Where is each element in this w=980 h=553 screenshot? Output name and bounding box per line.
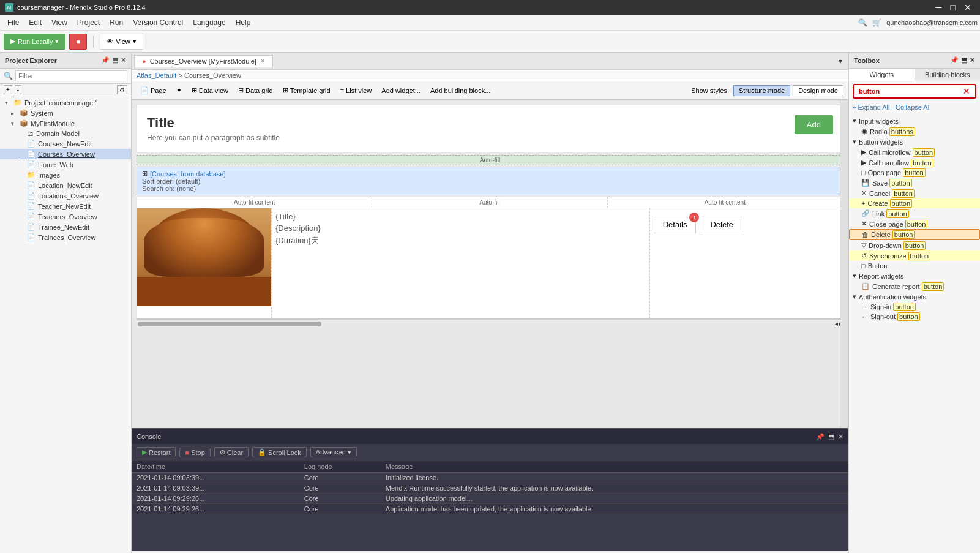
section-input-widgets[interactable]: ▾ Input widgets: [849, 116, 980, 126]
close-panel-icon[interactable]: ✕: [121, 56, 126, 64]
search-icon[interactable]: 🔍: [858, 18, 867, 27]
scroll-lock-button[interactable]: 🔒 Scroll Lock: [252, 447, 307, 457]
item-label: Sign-out button: [870, 313, 920, 320]
section-button-widgets[interactable]: ▾ Button widgets: [849, 137, 980, 147]
toolbox-item-signout[interactable]: ← Sign-out button: [849, 312, 980, 322]
toolbox-item-close-page[interactable]: ✕ Close page button: [849, 219, 980, 229]
tree-item-system[interactable]: ▸ 📦 System: [0, 108, 131, 118]
console-float-icon[interactable]: ⬒: [828, 433, 834, 441]
tab-dropdown[interactable]: ▾: [835, 57, 846, 66]
show-styles-btn[interactable]: Show styles: [687, 86, 731, 96]
data-view-btn[interactable]: ⊞ Data view: [188, 85, 232, 96]
scroll-left-icon[interactable]: ◂: [835, 320, 838, 327]
scrollbar-thumb[interactable]: [138, 322, 321, 326]
run-locally-button[interactable]: ▶ Run Locally ▾: [4, 34, 65, 50]
stop-console-button[interactable]: ■ Stop: [179, 448, 210, 457]
tab-widgets[interactable]: Widgets: [849, 69, 915, 81]
settings-tree-btn[interactable]: ⚙: [117, 85, 127, 94]
breadcrumb-home[interactable]: Atlas_Default: [137, 72, 176, 79]
menu-language[interactable]: Language: [188, 16, 230, 29]
details-button[interactable]: Details 1: [654, 216, 697, 233]
section-auth-widgets[interactable]: ▾ Authentication widgets: [849, 292, 980, 302]
tab-building-blocks[interactable]: Building blocks: [915, 69, 981, 81]
toolbox-pin-icon[interactable]: 📌: [950, 56, 959, 64]
menu-help[interactable]: Help: [231, 16, 256, 29]
tree-item-teachers-overview[interactable]: 📄 Teachers_Overview: [0, 211, 131, 222]
view-button[interactable]: 👁 View ▾: [100, 34, 143, 50]
menu-view[interactable]: View: [47, 16, 72, 29]
restart-button[interactable]: ▶ Restart: [137, 447, 176, 457]
expand-tree-btn[interactable]: +: [4, 85, 12, 94]
toolbox-item-cancel[interactable]: ✕ Cancel button: [849, 188, 980, 198]
minimize-button[interactable]: ─: [932, 0, 946, 15]
tree-item-images[interactable]: 📁 Images: [0, 170, 131, 180]
tree-item-courses-newedit[interactable]: 📄 Courses_NewEdit: [0, 138, 131, 149]
window-controls[interactable]: ─ □ ✕: [932, 0, 975, 15]
toolbox-item-open-page[interactable]: □ Open page button: [849, 168, 980, 178]
tab-courses-overview[interactable]: ● Courses_Overview [MyFirstModule] ✕: [134, 55, 273, 67]
toolbox-item-dropdown[interactable]: ▽ Drop-down button: [849, 240, 980, 250]
add-button[interactable]: Add: [795, 115, 833, 134]
close-button[interactable]: ✕: [960, 0, 975, 15]
toolbox-item-save[interactable]: 💾 Save button: [849, 178, 980, 188]
cart-icon[interactable]: 🛒: [872, 18, 881, 27]
collapse-tree-btn[interactable]: -: [15, 85, 21, 94]
structure-mode-btn[interactable]: Structure mode: [733, 85, 790, 96]
data-grid-btn[interactable]: ⊟ Data grid: [234, 85, 277, 96]
vertical-scroll-indicator[interactable]: [840, 100, 848, 428]
section-report-widgets[interactable]: ▾ Report widgets: [849, 271, 980, 281]
toolbox-item-delete[interactable]: 🗑 Delete button: [849, 229, 980, 240]
tree-item-domain-model[interactable]: 🗂 Domain Model: [0, 129, 131, 138]
tree-item-trainees-overview[interactable]: 📄 Trainees_Overview: [0, 232, 131, 243]
filter-input[interactable]: [15, 70, 127, 81]
toolbox-item-synchronize[interactable]: ↺ Synchronize button: [849, 250, 980, 261]
tree-item-locations-overview[interactable]: 📄 Locations_Overview: [0, 190, 131, 201]
toolbox-item-button[interactable]: □ Button: [849, 261, 980, 271]
toolbox-item-call-microflow[interactable]: ▶ Call microflow button: [849, 147, 980, 157]
toolbox-float-icon[interactable]: ⬒: [961, 56, 967, 64]
tree-item-myfirstmodule[interactable]: ▾ 📦 MyFirstModule: [0, 118, 131, 129]
expand-all-btn[interactable]: + Expand All: [853, 103, 889, 111]
toolbox-item-signin[interactable]: → Sign-in button: [849, 302, 980, 312]
view-dropdown-arrow[interactable]: ▾: [133, 37, 137, 45]
menu-version-control[interactable]: Version Control: [128, 16, 188, 29]
run-dropdown-arrow[interactable]: ▾: [55, 37, 59, 45]
tab-close-icon[interactable]: ✕: [260, 58, 265, 64]
toolbox-item-create[interactable]: + Create button: [849, 198, 980, 208]
tree-item-home-web[interactable]: 📄 Home_Web: [0, 159, 131, 170]
tree-item-location-newedit[interactable]: 📄 Location_NewEdit: [0, 180, 131, 190]
menu-file[interactable]: File: [2, 16, 24, 29]
console-close-icon[interactable]: ✕: [838, 433, 843, 441]
tree-item-teacher-newedit[interactable]: 📄 Teacher_NewEdit: [0, 201, 131, 211]
horizontal-scrollbar[interactable]: ◂ ▸: [137, 319, 843, 328]
menu-edit[interactable]: Edit: [24, 16, 47, 29]
add-building-block-btn[interactable]: Add building block...: [427, 86, 494, 96]
tree-item-project[interactable]: ▾ 📁 Project 'coursemanager': [0, 97, 131, 108]
stop-button[interactable]: ■: [69, 34, 87, 50]
toolbox-item-link[interactable]: 🔗 Link button: [849, 208, 980, 219]
add-widget-btn[interactable]: Add widget...: [378, 86, 424, 96]
tree-item-trainee-newedit[interactable]: 📄 Trainee_NewEdit: [0, 222, 131, 232]
maximize-button[interactable]: □: [947, 0, 959, 15]
pointer-btn[interactable]: ✦: [173, 85, 185, 96]
console-pin-icon[interactable]: 📌: [816, 433, 825, 441]
toolbox-close-icon[interactable]: ✕: [970, 56, 975, 64]
design-mode-btn[interactable]: Design mode: [793, 85, 843, 96]
page-btn[interactable]: 📄 Page: [137, 85, 170, 96]
menu-run[interactable]: Run: [105, 16, 128, 29]
template-grid-btn[interactable]: ⊞ Template grid: [279, 85, 334, 96]
log-message: Initialized license.: [381, 473, 848, 483]
delete-button[interactable]: Delete: [701, 216, 742, 233]
clear-button[interactable]: ⊘ Clear: [214, 447, 249, 457]
collapse-all-btn[interactable]: - Collapse All: [892, 103, 930, 111]
tree-item-courses-overview[interactable]: 📄 Courses_Overview: [0, 149, 131, 159]
menu-project[interactable]: Project: [72, 16, 105, 29]
pin-icon[interactable]: 📌: [101, 56, 110, 64]
advanced-button[interactable]: Advanced ▾: [310, 447, 357, 457]
toolbox-item-radio-buttons[interactable]: ◉ Radio buttons: [849, 126, 980, 137]
toolbox-item-call-nanoflow[interactable]: ▶ Call nanoflow button: [849, 157, 980, 168]
float-icon[interactable]: ⬒: [112, 56, 118, 64]
search-clear-icon[interactable]: ✕: [963, 86, 970, 96]
toolbox-item-generate-report[interactable]: 📋 Generate report button: [849, 281, 980, 292]
list-view-btn[interactable]: ≡ List view: [337, 86, 376, 96]
